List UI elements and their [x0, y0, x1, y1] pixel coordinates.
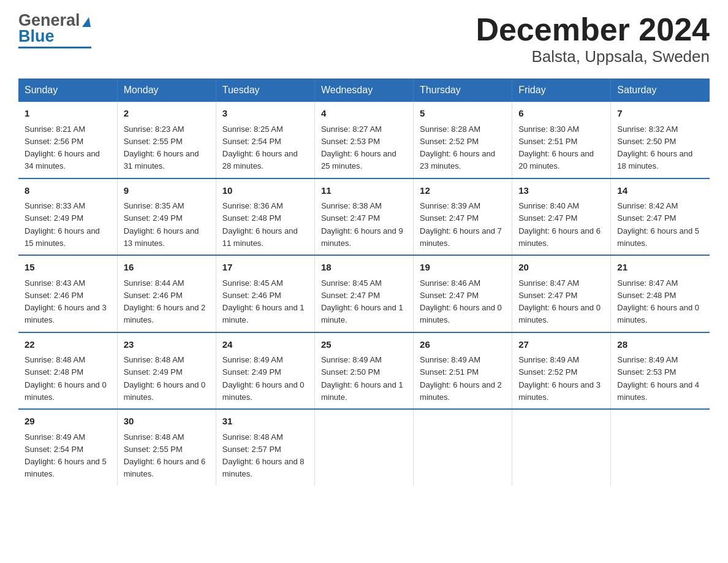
day-info: Sunrise: 8:32 AMSunset: 2:50 PMDaylight:… — [617, 124, 692, 171]
calendar-cell: 28Sunrise: 8:49 AMSunset: 2:53 PMDayligh… — [611, 332, 710, 410]
day-info: Sunrise: 8:36 AMSunset: 2:48 PMDaylight:… — [222, 201, 298, 248]
header-thursday: Thursday — [414, 79, 512, 102]
calendar-cell: 19Sunrise: 8:46 AMSunset: 2:47 PMDayligh… — [414, 255, 512, 332]
calendar-cell: 4Sunrise: 8:27 AMSunset: 2:53 PMDaylight… — [314, 102, 413, 178]
day-info: Sunrise: 8:49 AMSunset: 2:49 PMDaylight:… — [222, 355, 305, 402]
calendar-cell: 22Sunrise: 8:48 AMSunset: 2:48 PMDayligh… — [18, 332, 117, 410]
calendar-cell: 2Sunrise: 8:23 AMSunset: 2:55 PMDaylight… — [117, 102, 216, 178]
week-row-2: 8Sunrise: 8:33 AMSunset: 2:49 PMDaylight… — [18, 178, 710, 256]
calendar-table: SundayMondayTuesdayWednesdayThursdayFrid… — [18, 79, 710, 486]
day-info: Sunrise: 8:25 AMSunset: 2:54 PMDaylight:… — [222, 124, 298, 171]
day-info: Sunrise: 8:23 AMSunset: 2:55 PMDaylight:… — [124, 124, 199, 171]
calendar-cell: 6Sunrise: 8:30 AMSunset: 2:51 PMDaylight… — [512, 102, 611, 178]
day-number: 8 — [25, 184, 111, 198]
day-number: 7 — [617, 107, 703, 121]
day-number: 13 — [518, 184, 604, 198]
day-info: Sunrise: 8:21 AMSunset: 2:56 PMDaylight:… — [25, 124, 100, 171]
header-saturday: Saturday — [611, 79, 710, 102]
calendar-cell: 18Sunrise: 8:45 AMSunset: 2:47 PMDayligh… — [314, 255, 413, 332]
logo-general-text: General — [18, 12, 80, 29]
day-info: Sunrise: 8:48 AMSunset: 2:48 PMDaylight:… — [25, 355, 107, 402]
calendar-cell: 21Sunrise: 8:47 AMSunset: 2:48 PMDayligh… — [611, 255, 710, 332]
logo-underline — [18, 47, 91, 48]
calendar-cell — [414, 409, 512, 486]
day-number: 25 — [321, 338, 407, 352]
page-header: General Blue December 2024 Balsta, Uppsa… — [18, 12, 710, 66]
day-info: Sunrise: 8:27 AMSunset: 2:53 PMDaylight:… — [321, 124, 396, 171]
calendar-cell: 31Sunrise: 8:48 AMSunset: 2:57 PMDayligh… — [216, 409, 314, 486]
day-number: 26 — [420, 338, 506, 352]
calendar-cell: 30Sunrise: 8:48 AMSunset: 2:55 PMDayligh… — [117, 409, 216, 486]
header-friday: Friday — [512, 79, 611, 102]
calendar-cell: 13Sunrise: 8:40 AMSunset: 2:47 PMDayligh… — [512, 178, 611, 256]
day-number: 29 — [25, 415, 111, 429]
page-subtitle: Balsta, Uppsala, Sweden — [476, 47, 710, 66]
title-block: December 2024 Balsta, Uppsala, Sweden — [476, 12, 710, 66]
day-number: 3 — [222, 107, 308, 121]
calendar-cell: 25Sunrise: 8:49 AMSunset: 2:50 PMDayligh… — [314, 332, 413, 410]
calendar-cell — [611, 409, 710, 486]
day-info: Sunrise: 8:35 AMSunset: 2:49 PMDaylight:… — [124, 201, 199, 248]
calendar-cell: 1Sunrise: 8:21 AMSunset: 2:56 PMDaylight… — [18, 102, 117, 178]
day-info: Sunrise: 8:44 AMSunset: 2:46 PMDaylight:… — [124, 278, 206, 325]
header-monday: Monday — [117, 79, 216, 102]
day-info: Sunrise: 8:43 AMSunset: 2:46 PMDaylight:… — [25, 278, 107, 325]
page-title: December 2024 — [476, 12, 710, 47]
day-info: Sunrise: 8:48 AMSunset: 2:55 PMDaylight:… — [124, 432, 206, 479]
day-info: Sunrise: 8:49 AMSunset: 2:50 PMDaylight:… — [321, 355, 403, 402]
day-number: 21 — [617, 261, 703, 275]
day-number: 15 — [25, 261, 111, 275]
day-number: 10 — [222, 184, 308, 198]
day-info: Sunrise: 8:47 AMSunset: 2:48 PMDaylight:… — [617, 278, 699, 325]
day-info: Sunrise: 8:47 AMSunset: 2:47 PMDaylight:… — [518, 278, 601, 325]
calendar-cell: 15Sunrise: 8:43 AMSunset: 2:46 PMDayligh… — [18, 255, 117, 332]
day-info: Sunrise: 8:49 AMSunset: 2:53 PMDaylight:… — [617, 355, 699, 402]
day-number: 6 — [518, 107, 604, 121]
day-number: 24 — [222, 338, 308, 352]
logo-blue-text: Blue — [18, 27, 55, 46]
day-info: Sunrise: 8:38 AMSunset: 2:47 PMDaylight:… — [321, 201, 403, 248]
day-number: 19 — [420, 261, 506, 275]
week-row-3: 15Sunrise: 8:43 AMSunset: 2:46 PMDayligh… — [18, 255, 710, 332]
day-number: 4 — [321, 107, 407, 121]
day-info: Sunrise: 8:40 AMSunset: 2:47 PMDaylight:… — [518, 201, 601, 248]
day-info: Sunrise: 8:45 AMSunset: 2:46 PMDaylight:… — [222, 278, 305, 325]
day-number: 31 — [222, 415, 308, 429]
day-info: Sunrise: 8:45 AMSunset: 2:47 PMDaylight:… — [321, 278, 403, 325]
calendar-cell: 14Sunrise: 8:42 AMSunset: 2:47 PMDayligh… — [611, 178, 710, 256]
calendar-cell: 3Sunrise: 8:25 AMSunset: 2:54 PMDaylight… — [216, 102, 314, 178]
day-info: Sunrise: 8:49 AMSunset: 2:54 PMDaylight:… — [25, 432, 107, 479]
day-info: Sunrise: 8:28 AMSunset: 2:52 PMDaylight:… — [420, 124, 495, 171]
day-info: Sunrise: 8:30 AMSunset: 2:51 PMDaylight:… — [518, 124, 594, 171]
day-number: 11 — [321, 184, 407, 198]
week-row-5: 29Sunrise: 8:49 AMSunset: 2:54 PMDayligh… — [18, 409, 710, 486]
calendar-cell: 8Sunrise: 8:33 AMSunset: 2:49 PMDaylight… — [18, 178, 117, 256]
header-sunday: Sunday — [18, 79, 117, 102]
day-info: Sunrise: 8:39 AMSunset: 2:47 PMDaylight:… — [420, 201, 502, 248]
day-number: 18 — [321, 261, 407, 275]
week-row-1: 1Sunrise: 8:21 AMSunset: 2:56 PMDaylight… — [18, 102, 710, 178]
calendar-cell: 23Sunrise: 8:48 AMSunset: 2:49 PMDayligh… — [117, 332, 216, 410]
day-number: 27 — [518, 338, 604, 352]
day-number: 16 — [124, 261, 210, 275]
day-info: Sunrise: 8:42 AMSunset: 2:47 PMDaylight:… — [617, 201, 699, 248]
day-number: 28 — [617, 338, 703, 352]
day-info: Sunrise: 8:49 AMSunset: 2:52 PMDaylight:… — [518, 355, 601, 402]
header-wednesday: Wednesday — [314, 79, 413, 102]
calendar-cell: 12Sunrise: 8:39 AMSunset: 2:47 PMDayligh… — [414, 178, 512, 256]
logo: General Blue — [18, 12, 91, 48]
calendar-cell: 27Sunrise: 8:49 AMSunset: 2:52 PMDayligh… — [512, 332, 611, 410]
day-number: 17 — [222, 261, 308, 275]
day-info: Sunrise: 8:49 AMSunset: 2:51 PMDaylight:… — [420, 355, 502, 402]
calendar-cell: 24Sunrise: 8:49 AMSunset: 2:49 PMDayligh… — [216, 332, 314, 410]
day-number: 5 — [420, 107, 506, 121]
day-number: 23 — [124, 338, 210, 352]
calendar-cell: 26Sunrise: 8:49 AMSunset: 2:51 PMDayligh… — [414, 332, 512, 410]
calendar-cell: 16Sunrise: 8:44 AMSunset: 2:46 PMDayligh… — [117, 255, 216, 332]
day-number: 12 — [420, 184, 506, 198]
day-number: 1 — [25, 107, 111, 121]
header-tuesday: Tuesday — [216, 79, 314, 102]
calendar-cell: 10Sunrise: 8:36 AMSunset: 2:48 PMDayligh… — [216, 178, 314, 256]
logo-triangle-icon — [82, 17, 91, 27]
calendar-cell: 11Sunrise: 8:38 AMSunset: 2:47 PMDayligh… — [314, 178, 413, 256]
